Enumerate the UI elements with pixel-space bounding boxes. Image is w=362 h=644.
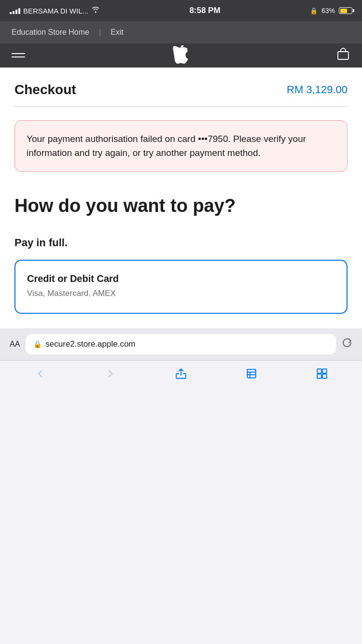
signal-icon <box>10 7 20 14</box>
navigation-bar <box>0 43 362 68</box>
lock-status-icon: 🔒 <box>310 7 318 14</box>
aa-text-size[interactable]: AA <box>10 340 20 349</box>
back-button[interactable] <box>28 363 52 384</box>
status-time: 8:58 PM <box>189 6 220 15</box>
status-bar: BERSAMA DI WIL... 8:58 PM 🔒 63% <box>0 0 362 21</box>
checkout-title: Checkout <box>14 82 76 98</box>
carrier-name: BERSAMA DI WIL... <box>23 7 88 15</box>
payment-card-title: Credit or Debit Card <box>27 272 335 285</box>
url-bar[interactable]: 🔒 secure2.store.apple.com <box>26 334 336 354</box>
svg-rect-4 <box>317 369 321 373</box>
battery-icon <box>339 7 352 14</box>
bookmarks-button[interactable] <box>239 363 264 384</box>
status-bar-left: BERSAMA DI WIL... <box>10 6 100 15</box>
url-bar-container: AA 🔒 secure2.store.apple.com <box>0 328 362 360</box>
payment-question: How do you want to pay? <box>14 195 348 217</box>
forward-button[interactable] <box>98 363 123 384</box>
apple-logo[interactable] <box>173 45 188 66</box>
header-divider <box>14 106 348 107</box>
wifi-icon <box>91 6 100 15</box>
cart-icon[interactable] <box>336 47 350 64</box>
svg-rect-7 <box>322 374 327 378</box>
safari-bottom-bar <box>0 360 362 387</box>
share-button[interactable] <box>169 363 193 384</box>
tabs-button[interactable] <box>310 363 334 384</box>
hamburger-menu[interactable] <box>12 53 25 57</box>
svg-rect-5 <box>322 369 327 373</box>
svg-rect-0 <box>338 52 348 59</box>
svg-rect-6 <box>317 374 321 378</box>
payment-error-box: Your payment authorisation failed on car… <box>14 120 348 172</box>
sub-navigation: Education Store Home | Exit <box>0 21 362 43</box>
status-bar-right: 🔒 63% <box>310 7 352 14</box>
checkout-header: Checkout RM 3,129.00 <box>14 82 348 98</box>
checkout-price: RM 3,129.00 <box>287 84 348 96</box>
url-lock-icon: 🔒 <box>33 340 42 348</box>
education-store-home-link[interactable]: Education Store Home <box>12 28 89 37</box>
hamburger-icon <box>12 53 25 54</box>
url-address: secure2.store.apple.com <box>45 339 135 349</box>
credit-debit-card-option[interactable]: Credit or Debit Card Visa, Mastercard, A… <box>14 260 348 314</box>
pay-full-label: Pay in full. <box>14 237 348 249</box>
main-content: Checkout RM 3,129.00 Your payment author… <box>0 68 362 328</box>
error-message: Your payment authorisation failed on car… <box>27 132 335 160</box>
payment-card-subtitle: Visa, Mastercard, AMEX <box>27 289 335 298</box>
exit-link[interactable]: Exit <box>111 28 124 37</box>
nav-divider: | <box>99 28 101 37</box>
hamburger-icon <box>12 56 25 57</box>
battery-percent: 63% <box>321 7 335 14</box>
reload-icon[interactable] <box>342 337 352 350</box>
